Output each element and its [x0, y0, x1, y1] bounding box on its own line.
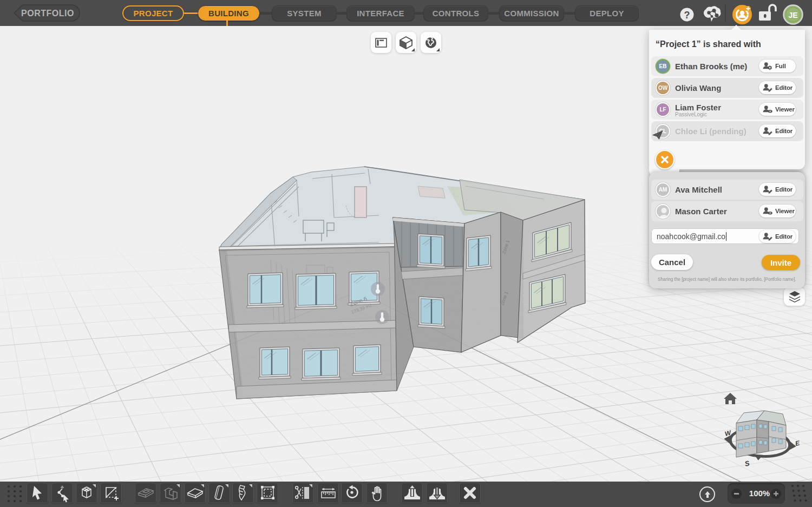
svg-text:?: ?	[684, 10, 690, 21]
svg-text:PORTFOLIO: PORTFOLIO	[21, 9, 74, 18]
svg-text:JE: JE	[788, 11, 797, 19]
